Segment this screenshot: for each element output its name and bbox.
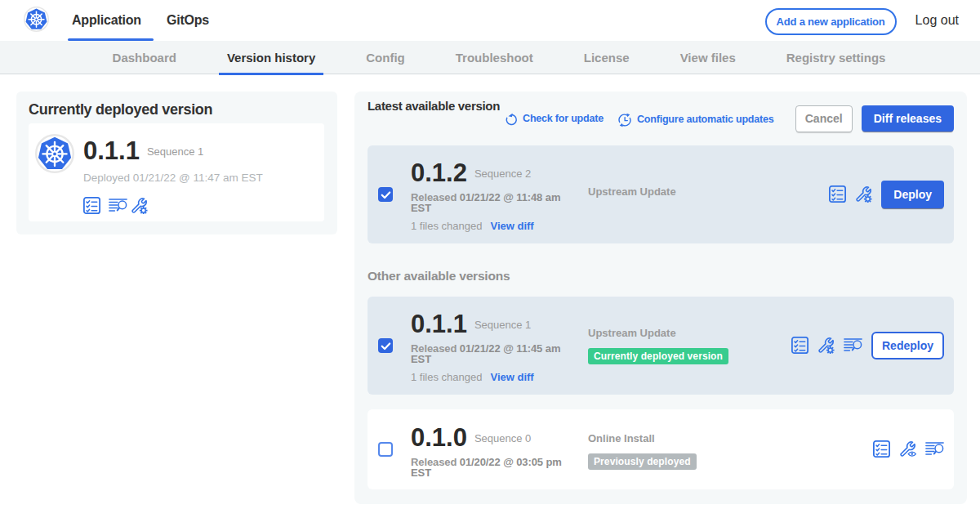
app-kubernetes-logo-icon	[35, 134, 74, 173]
version-row: 0.1.1 Sequence 1	[411, 311, 588, 337]
version-source-column: Upstream Update Currently deployed versi…	[588, 327, 768, 364]
other-available-versions-title: Other available versions	[368, 269, 954, 283]
view-diff-link[interactable]: View diff	[490, 371, 533, 383]
refresh-circular-arrow-icon	[504, 113, 518, 127]
version-card-0-1-2: 0.1.2 Sequence 2 Released 01/21/22 @ 11:…	[368, 145, 954, 243]
add-new-application-button[interactable]: Add a new application	[765, 8, 897, 35]
previously-deployed-badge: Previously deployed	[588, 453, 697, 470]
preflight-checklist-icon[interactable]	[791, 337, 808, 354]
cancel-button[interactable]: Cancel	[795, 105, 853, 132]
subnav-label-view-files: View files	[680, 51, 736, 65]
config-wrench-gear-icon[interactable]	[131, 197, 148, 214]
version-row: 0.1.1 Sequence 1	[83, 138, 263, 163]
configure-updates-label: Configure automatic updates	[637, 114, 774, 125]
config-wrench-gear-icon[interactable]	[817, 337, 835, 354]
config-wrench-gear-icon[interactable]	[855, 185, 872, 203]
version-source-label: Online Install	[588, 432, 768, 444]
currently-deployed-inner-card: 0.1.1 Sequence 1 Deployed 01/21/22 @ 11:…	[29, 123, 324, 221]
version-number: 0.1.0	[411, 425, 467, 450]
version-row: 0.1.0 Sequence 0	[411, 425, 588, 450]
version-0-1-2-checkbox[interactable]	[378, 187, 393, 202]
version-actions	[864, 440, 944, 458]
deployed-sequence-label: Sequence 1	[147, 145, 203, 158]
version-source-label: Upstream Update	[588, 327, 768, 339]
tab-application-label: Application	[72, 13, 141, 28]
deployed-version-number: 0.1.1	[83, 138, 140, 163]
sequence-label: Sequence 1	[474, 319, 531, 331]
version-info-column: 0.1.0 Sequence 0 Released 01/20/22 @ 03:…	[411, 425, 588, 478]
version-source-column: Upstream Update	[588, 188, 768, 200]
deployed-version-info: 0.1.1 Sequence 1 Deployed 01/21/22 @ 11:…	[83, 134, 263, 214]
checkmark-icon	[379, 188, 392, 201]
subnav-item-version-history[interactable]: Version history	[219, 41, 323, 74]
kubernetes-logo-icon[interactable]	[24, 7, 49, 32]
diff-releases-button[interactable]: Diff releases	[862, 105, 954, 132]
check-for-update-label: Check for update	[523, 113, 604, 124]
tab-gitops[interactable]: GitOps	[154, 0, 222, 41]
logs-lines-magnifier-icon[interactable]	[109, 199, 127, 212]
logs-lines-magnifier-icon[interactable]	[844, 338, 862, 352]
preflight-checklist-icon[interactable]	[83, 197, 100, 214]
released-timestamp: Released 01/20/22 @ 03:05 pm EST	[411, 457, 570, 478]
files-changed-row: 1 files changed View diff	[411, 371, 588, 383]
subnav-item-license[interactable]: License	[576, 41, 638, 74]
deployed-timestamp: Deployed 01/21/22 @ 11:47 am EST	[83, 172, 263, 184]
version-actions: Redeploy	[782, 332, 944, 359]
deployed-actions-row	[83, 197, 263, 214]
version-row: 0.1.2 Sequence 2	[411, 160, 588, 185]
sequence-label: Sequence 0	[474, 432, 531, 444]
preflight-checklist-icon[interactable]	[873, 440, 890, 458]
subnav-item-config[interactable]: Config	[358, 41, 412, 74]
currently-deployed-title: Currently deployed version	[29, 103, 324, 117]
version-info-column: 0.1.1 Sequence 1 Released 01/21/22 @ 11:…	[411, 311, 588, 383]
tab-gitops-label: GitOps	[167, 13, 209, 28]
sequence-label: Sequence 2	[474, 167, 531, 180]
checkmark-icon	[379, 339, 392, 352]
subnav-item-troubleshoot[interactable]: Troubleshoot	[448, 41, 541, 74]
files-changed-label: 1 files changed	[411, 371, 482, 383]
view-config-wrench-eye-icon[interactable]	[899, 440, 916, 458]
files-changed-row: 1 files changed View diff	[411, 220, 588, 232]
subnav-active-underline	[219, 73, 323, 75]
header-buttons: Cancel Diff releases	[795, 105, 954, 132]
view-diff-link[interactable]: View diff	[490, 220, 533, 232]
clock-update-icon	[617, 113, 632, 127]
version-0-1-0-checkbox[interactable]	[378, 442, 393, 457]
available-versions-panel: Latest available version Check for updat…	[354, 92, 967, 504]
subnav-label-config: Config	[366, 51, 404, 65]
version-number: 0.1.2	[411, 160, 467, 185]
redeploy-button[interactable]: Redeploy	[871, 332, 944, 359]
version-actions: Deploy	[820, 181, 944, 208]
app-subnav: Dashboard Version history Config Trouble…	[0, 41, 980, 74]
top-navbar: Application GitOps Add a new application…	[0, 0, 980, 41]
configure-automatic-updates-link[interactable]: Configure automatic updates	[617, 110, 774, 127]
version-card-0-1-0: 0.1.0 Sequence 0 Released 01/20/22 @ 03:…	[368, 409, 954, 489]
subnav-label-registry-settings: Registry settings	[786, 51, 886, 65]
subnav-label-version-history: Version history	[227, 51, 315, 65]
files-changed-label: 1 files changed	[411, 220, 482, 232]
subnav-label-license: License	[584, 51, 630, 65]
preflight-checklist-icon[interactable]	[829, 185, 846, 203]
currently-deployed-badge: Currently deployed version	[588, 348, 728, 364]
subnav-item-registry-settings[interactable]: Registry settings	[778, 41, 894, 74]
deploy-button[interactable]: Deploy	[881, 181, 944, 208]
version-0-1-1-checkbox[interactable]	[378, 338, 393, 353]
released-timestamp: Released 01/21/22 @ 11:48 am EST	[411, 192, 570, 213]
currently-deployed-card: Currently deployed version 0.1.1 Sequenc…	[16, 92, 337, 234]
version-source-label: Upstream Update	[588, 185, 768, 198]
check-for-update-link[interactable]: Check for update	[504, 110, 604, 127]
logs-lines-magnifier-icon[interactable]	[925, 442, 944, 456]
top-tabs: Application GitOps	[68, 0, 222, 41]
subnav-item-view-files[interactable]: View files	[672, 41, 744, 74]
latest-available-title: Latest available version	[368, 99, 500, 114]
subnav-item-dashboard[interactable]: Dashboard	[105, 41, 185, 74]
subnav-label-dashboard: Dashboard	[113, 51, 176, 65]
logout-button[interactable]: Log out	[915, 13, 959, 28]
version-card-0-1-1: 0.1.1 Sequence 1 Released 01/21/22 @ 11:…	[368, 297, 954, 395]
tab-application[interactable]: Application	[68, 0, 154, 41]
main-content: Currently deployed version 0.1.1 Sequenc…	[0, 74, 980, 504]
topbar-right: Add a new application Log out	[765, 7, 980, 35]
subnav-label-troubleshoot: Troubleshoot	[456, 51, 533, 65]
version-source-column: Online Install Previously deployed	[588, 428, 768, 470]
version-info-column: 0.1.2 Sequence 2 Released 01/21/22 @ 11:…	[411, 160, 588, 232]
